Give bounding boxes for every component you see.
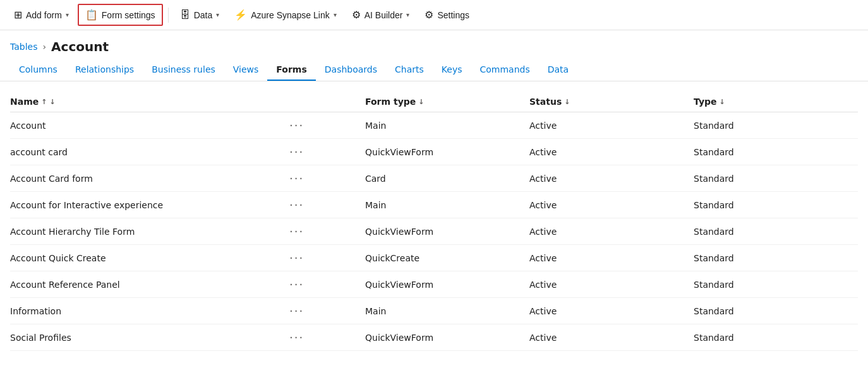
col-header-formtype[interactable]: Form type ↓ xyxy=(365,97,529,107)
row-more-options-button[interactable]: ··· xyxy=(289,119,365,132)
cell-type: Standard xyxy=(694,227,858,237)
cell-formtype: Main xyxy=(365,306,529,316)
col-type-label: Type xyxy=(694,97,717,107)
table-row: Account Quick Create ··· QuickCreate Act… xyxy=(10,245,858,271)
cell-name: Social Profiles xyxy=(10,333,289,343)
tab-charts[interactable]: Charts xyxy=(386,59,433,81)
cell-status: Active xyxy=(529,227,694,237)
cell-name: Account Hierarchy Tile Form xyxy=(10,227,289,237)
ai-builder-button[interactable]: ⚙ AI Builder ▾ xyxy=(346,5,416,25)
add-form-label: Add form xyxy=(26,10,62,20)
cell-status: Active xyxy=(529,174,694,184)
cell-type: Standard xyxy=(694,280,858,290)
toolbar-divider-1 xyxy=(168,8,169,23)
row-more-options-button[interactable]: ··· xyxy=(289,145,365,158)
col-status-label: Status xyxy=(529,97,562,107)
data-label: Data xyxy=(194,10,213,20)
table-header: Name ↑ ↓ Form type ↓ Status ↓ Type ↓ xyxy=(10,92,858,112)
col-header-dots xyxy=(289,97,365,107)
row-more-options-button[interactable]: ··· xyxy=(289,304,365,317)
cell-status: Active xyxy=(529,306,694,316)
breadcrumb-parent-link[interactable]: Tables xyxy=(10,42,38,52)
col-header-name[interactable]: Name ↑ ↓ xyxy=(10,97,289,107)
cell-name: account card xyxy=(10,147,289,157)
table-row: Account Hierarchy Tile Form ··· QuickVie… xyxy=(10,218,858,245)
table-row: Account Reference Panel ··· QuickViewFor… xyxy=(10,271,858,298)
cell-formtype: QuickViewForm xyxy=(365,280,529,290)
data-icon: 🗄 xyxy=(180,9,190,21)
cell-status: Active xyxy=(529,200,694,210)
tab-keys[interactable]: Keys xyxy=(433,59,471,81)
row-more-options-button[interactable]: ··· xyxy=(289,278,365,291)
cell-formtype: QuickViewForm xyxy=(365,333,529,343)
breadcrumb-current: Account xyxy=(51,39,109,54)
ai-builder-chevron-icon: ▾ xyxy=(406,11,409,18)
table-row: Account ··· Main Active Standard xyxy=(10,112,858,139)
cell-status: Active xyxy=(529,333,694,343)
tab-commands[interactable]: Commands xyxy=(471,59,539,81)
type-sort-icon: ↓ xyxy=(720,98,725,106)
tab-business-rules[interactable]: Business rules xyxy=(143,59,224,81)
name-sort-desc-icon: ↓ xyxy=(49,98,55,106)
name-sort-asc-icon: ↑ xyxy=(41,98,47,106)
add-form-icon: ⊞ xyxy=(14,9,22,21)
settings-icon: ⚙ xyxy=(425,9,433,21)
nav-tabs: Columns Relationships Business rules Vie… xyxy=(0,59,868,81)
row-more-options-button[interactable]: ··· xyxy=(289,225,365,238)
table-body: Account ··· Main Active Standard account… xyxy=(10,112,858,351)
cell-type: Standard xyxy=(694,147,858,157)
breadcrumb: Tables › Account xyxy=(0,30,868,59)
row-more-options-button[interactable]: ··· xyxy=(289,198,365,211)
settings-button[interactable]: ⚙ Settings xyxy=(418,5,476,25)
ai-builder-icon: ⚙ xyxy=(352,9,361,21)
tab-data[interactable]: Data xyxy=(539,59,577,81)
cell-type: Standard xyxy=(694,306,858,316)
ai-builder-label: AI Builder xyxy=(365,10,403,20)
row-more-options-button[interactable]: ··· xyxy=(289,331,365,344)
status-sort-icon: ↓ xyxy=(564,98,570,106)
formtype-sort-icon: ↓ xyxy=(418,98,424,106)
settings-label: Settings xyxy=(437,10,469,20)
tab-columns[interactable]: Columns xyxy=(10,59,66,81)
table-row: account card ··· QuickViewForm Active St… xyxy=(10,139,858,165)
cell-status: Active xyxy=(529,121,694,131)
cell-name: Account xyxy=(10,121,289,131)
tab-forms[interactable]: Forms xyxy=(267,59,315,81)
cell-name: Account Card form xyxy=(10,174,289,184)
add-form-button[interactable]: ⊞ Add form ▾ xyxy=(8,5,75,25)
cell-type: Standard xyxy=(694,174,858,184)
tab-relationships[interactable]: Relationships xyxy=(66,59,143,81)
cell-formtype: Main xyxy=(365,121,529,131)
azure-synapse-chevron-icon: ▾ xyxy=(334,11,337,18)
col-header-type[interactable]: Type ↓ xyxy=(694,97,858,107)
col-formtype-label: Form type xyxy=(365,97,416,107)
tab-dashboards[interactable]: Dashboards xyxy=(316,59,386,81)
col-header-status[interactable]: Status ↓ xyxy=(529,97,694,107)
cell-type: Standard xyxy=(694,200,858,210)
cell-formtype: QuickCreate xyxy=(365,253,529,263)
form-settings-label: Form settings xyxy=(102,10,155,20)
cell-formtype: Card xyxy=(365,174,529,184)
data-chevron-icon: ▾ xyxy=(216,11,219,18)
azure-synapse-link-button[interactable]: ⚡ Azure Synapse Link ▾ xyxy=(228,5,343,25)
azure-synapse-label: Azure Synapse Link xyxy=(251,10,330,20)
data-button[interactable]: 🗄 Data ▾ xyxy=(174,6,226,25)
azure-synapse-icon: ⚡ xyxy=(234,9,247,21)
table-row: Social Profiles ··· QuickViewForm Active… xyxy=(10,324,858,351)
add-form-chevron-icon: ▾ xyxy=(66,11,69,18)
cell-type: Standard xyxy=(694,333,858,343)
row-more-options-button[interactable]: ··· xyxy=(289,251,365,264)
table-row: Information ··· Main Active Standard xyxy=(10,298,858,324)
row-more-options-button[interactable]: ··· xyxy=(289,172,365,185)
cell-formtype: QuickViewForm xyxy=(365,227,529,237)
table-area: Name ↑ ↓ Form type ↓ Status ↓ Type ↓ Acc… xyxy=(0,81,868,351)
form-settings-button[interactable]: 📋 Form settings xyxy=(78,4,163,26)
cell-name: Account Reference Panel xyxy=(10,280,289,290)
toolbar: ⊞ Add form ▾ 📋 Form settings 🗄 Data ▾ ⚡ … xyxy=(0,0,868,30)
col-name-label: Name xyxy=(10,97,39,107)
cell-status: Active xyxy=(529,253,694,263)
tab-views[interactable]: Views xyxy=(224,59,268,81)
breadcrumb-separator: › xyxy=(43,42,47,52)
cell-formtype: QuickViewForm xyxy=(365,147,529,157)
cell-type: Standard xyxy=(694,121,858,131)
